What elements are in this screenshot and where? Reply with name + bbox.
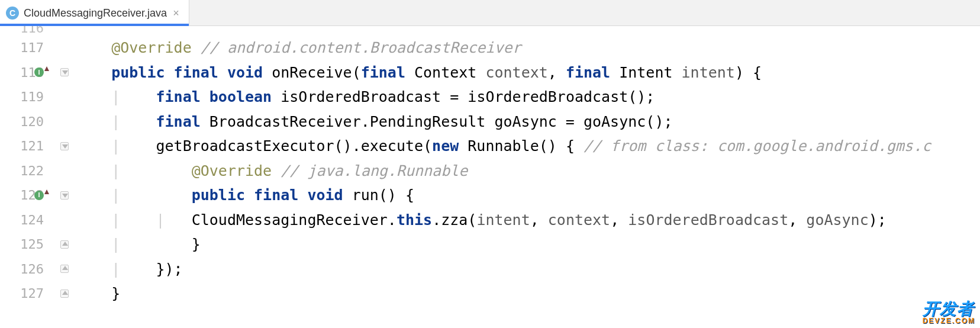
override-up-arrow-icon	[44, 189, 49, 194]
line-number: 126	[0, 257, 57, 282]
code-line[interactable]: | });	[72, 257, 980, 282]
fold-expand-icon[interactable]	[60, 290, 69, 298]
line-number: 122	[0, 159, 57, 184]
override-gutter-icon[interactable]: I	[34, 191, 49, 200]
close-icon[interactable]: ×	[172, 8, 180, 18]
line-number: 120	[0, 110, 57, 134]
fold-expand-icon[interactable]	[60, 240, 69, 249]
editor-tab-label: CloudMessagingReceiver.java	[24, 8, 167, 18]
code-line[interactable]: | }	[72, 232, 980, 257]
line-number: 116	[0, 26, 57, 36]
code-line[interactable]: @Override // android.content.BroadcastRe…	[72, 36, 980, 60]
editor-tab-active[interactable]: C CloudMessagingReceiver.java ×	[0, 0, 189, 25]
watermark-sub: DEVZE.COM	[923, 317, 975, 324]
override-up-arrow-icon	[44, 66, 49, 71]
fold-collapse-icon[interactable]	[60, 68, 69, 76]
line-number: 124	[0, 208, 57, 233]
code-line[interactable]: | public final void run() {	[72, 183, 980, 208]
code-line[interactable]: | | CloudMessagingReceiver.this.zza(inte…	[72, 208, 980, 233]
line-number: 127	[0, 281, 57, 306]
override-dot-icon: I	[34, 67, 44, 77]
code-line[interactable]: public final void onReceive(final Contex…	[72, 60, 980, 85]
ide-window: C CloudMessagingReceiver.java × 116 117 …	[0, 0, 980, 328]
java-class-icon: C	[6, 7, 19, 20]
line-number: 121	[0, 134, 57, 159]
code-body[interactable]: @Override // android.content.BroadcastRe…	[72, 26, 980, 328]
fold-collapse-icon[interactable]	[60, 142, 69, 150]
code-editor[interactable]: 116 117 118 119 120 121 122 123 124 125 …	[0, 26, 980, 328]
override-gutter-icon[interactable]: I	[34, 67, 49, 77]
line-number-gutter: 116 117 118 119 120 121 122 123 124 125 …	[0, 26, 57, 328]
editor-tabbar: C CloudMessagingReceiver.java ×	[0, 0, 980, 26]
code-line[interactable]: | final BroadcastReceiver.PendingResult …	[72, 110, 980, 134]
code-line[interactable]: | final boolean isOrderedBroadcast = isO…	[72, 85, 980, 110]
override-dot-icon: I	[34, 191, 44, 200]
fold-collapse-icon[interactable]	[60, 191, 69, 200]
code-line[interactable]: | @Override // java.lang.Runnable	[72, 159, 980, 184]
fold-expand-icon[interactable]	[60, 265, 69, 273]
fold-gutter	[57, 26, 72, 328]
line-number: 125	[0, 232, 57, 257]
line-number: 119	[0, 85, 57, 110]
code-line[interactable]: | getBroadcastExecutor().execute(new Run…	[72, 134, 980, 159]
code-line[interactable]: }	[72, 281, 980, 306]
line-number: 117	[0, 36, 57, 60]
